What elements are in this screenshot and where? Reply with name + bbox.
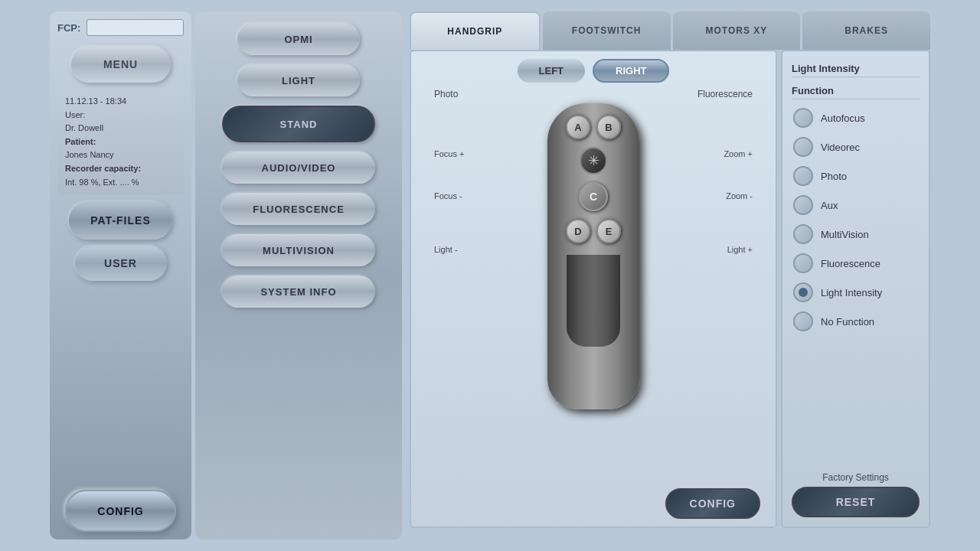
radio-light-intensity[interactable]	[793, 282, 813, 302]
multivision-option-label: MultiVision	[821, 229, 869, 240]
multivision-button[interactable]: MULTIVISION	[222, 234, 375, 266]
focus-plus-label: Focus +	[434, 149, 464, 158]
tab-bar: HANDGRIP FOOTSWITCH MOTORS XY BRAKES	[410, 11, 930, 50]
reset-button[interactable]: RESET	[792, 487, 920, 517]
remote-handle	[567, 255, 620, 347]
opmi-button[interactable]: OPMI	[237, 23, 360, 55]
radio-multivision[interactable]	[793, 224, 813, 244]
fluorescence-option-label: Fluorescence	[821, 258, 880, 269]
sidebar: FCP: MENU 11.12.13 - 18:34 User: Dr. Dow…	[50, 11, 191, 540]
button-e[interactable]: E	[596, 219, 621, 243]
no-function-label: No Function	[821, 316, 874, 328]
recorder-value: Int. 98 %, Ext. .... %	[65, 176, 176, 190]
user-button[interactable]: USER	[75, 246, 167, 281]
option-videorec[interactable]: Videorec	[792, 134, 920, 160]
fluorescence-label: Fluorescence	[697, 89, 753, 99]
zoom-plus-label: Zoom +	[724, 149, 753, 158]
tab-brakes[interactable]: BRAKES	[802, 11, 930, 50]
photo-label: Photo	[434, 89, 458, 99]
remote-bottom-buttons: D E	[566, 219, 621, 243]
recorder-label: Recorder capacity:	[65, 162, 176, 176]
light-button[interactable]: LIGHT	[237, 64, 360, 96]
option-photo[interactable]: Photo	[792, 163, 920, 189]
function-title: Function	[792, 83, 920, 99]
option-autofocus[interactable]: Autofocus	[792, 105, 920, 131]
button-b[interactable]: B	[596, 115, 621, 139]
tab-handgrip[interactable]: HANDGRIP	[410, 11, 541, 50]
light-minus-label: Light -	[434, 245, 458, 254]
remote-control: A B ✳ C D E	[547, 103, 639, 409]
fcp-input[interactable]	[87, 19, 184, 36]
fcp-bar: FCP:	[57, 19, 184, 36]
radio-no-function[interactable]	[793, 311, 813, 331]
radio-photo[interactable]	[793, 166, 813, 186]
system-info-button[interactable]: SYSTEM INFO	[222, 276, 375, 308]
option-fluorescence[interactable]: Fluorescence	[792, 250, 920, 276]
radio-aux[interactable]	[793, 195, 813, 215]
config-sidebar-button[interactable]: CONFIG	[65, 490, 176, 532]
main-content: LEFT RIGHT Photo Fluorescence Focus + Zo…	[410, 50, 930, 528]
info-box: 11.12.13 - 18:34 User: Dr. Dowell Patien…	[57, 89, 184, 195]
audio-video-button[interactable]: AUDIO/VIDEO	[222, 152, 375, 184]
button-a[interactable]: A	[566, 115, 590, 139]
menu-button[interactable]: MENU	[71, 46, 171, 83]
fcp-label: FCP:	[57, 22, 80, 34]
tab-motors-xy[interactable]: MOTORS XY	[673, 11, 801, 50]
radio-autofocus[interactable]	[793, 108, 813, 128]
patient-label: Patient:	[65, 135, 176, 149]
option-no-function[interactable]: No Function	[792, 308, 920, 334]
option-multivision[interactable]: MultiVision	[792, 221, 920, 247]
aux-label: Aux	[821, 200, 838, 211]
intensity-title: Light Intensity	[792, 60, 920, 77]
button-d[interactable]: D	[566, 219, 590, 243]
radio-videorec[interactable]	[793, 137, 813, 157]
radio-fluorescence[interactable]	[793, 253, 813, 273]
factory-settings-section: Factory Settings RESET	[792, 466, 920, 517]
function-panel: Light Intensity Function Autofocus Video…	[781, 50, 930, 528]
remote-top-buttons: A B	[566, 115, 621, 139]
config-bottom: CONFIG	[665, 488, 760, 519]
user-name: Dr. Dowell	[65, 122, 176, 135]
user-label: User:	[65, 109, 176, 122]
patient-name: Jones Nancy	[65, 148, 176, 162]
autofocus-label: Autofocus	[821, 112, 865, 124]
fluorescence-button[interactable]: FLUORESCENCE	[222, 193, 375, 225]
remote-container: Focus + Zoom + Focus - Zoom - Light - Li…	[419, 103, 768, 425]
zoom-minus-label: Zoom -	[726, 191, 753, 201]
tab-footswitch[interactable]: FOOTSWITCH	[543, 11, 671, 50]
focus-minus-label: Focus -	[434, 191, 462, 201]
top-labels: Photo Fluorescence	[419, 89, 768, 99]
handgrip-panel: LEFT RIGHT Photo Fluorescence Focus + Zo…	[410, 50, 777, 528]
pat-files-button[interactable]: PAT-FILES	[69, 201, 172, 240]
right-button[interactable]: RIGHT	[593, 59, 669, 83]
datetime: 11.12.13 - 18:34	[65, 95, 176, 109]
photo-option-label: Photo	[821, 171, 847, 182]
light-intensity-label: Light Intensity	[821, 287, 882, 298]
left-button[interactable]: LEFT	[518, 59, 586, 83]
stand-button[interactable]: STAND	[222, 106, 375, 142]
light-plus-label: Light +	[727, 245, 753, 254]
mid-panel: OPMI LIGHT STAND AUDIO/VIDEO FLUORESCENC…	[195, 11, 402, 540]
remote-star-button[interactable]: ✳	[580, 147, 607, 174]
button-c[interactable]: C	[579, 182, 608, 211]
factory-settings-label: Factory Settings	[792, 472, 920, 483]
config-handgrip-button[interactable]: CONFIG	[665, 488, 760, 519]
lr-buttons: LEFT RIGHT	[419, 59, 768, 83]
videorec-label: Videorec	[821, 142, 860, 153]
option-light-intensity[interactable]: Light Intensity	[792, 279, 920, 305]
option-aux[interactable]: Aux	[792, 192, 920, 218]
